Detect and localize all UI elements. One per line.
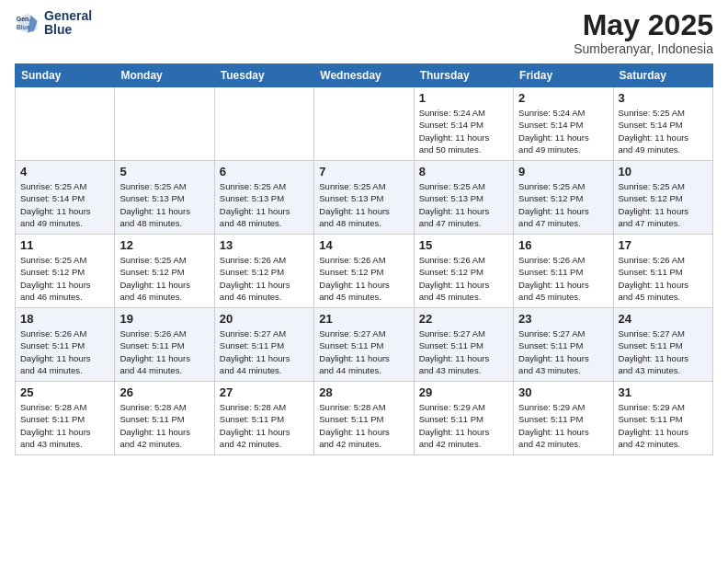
day-number: 3 [619, 91, 708, 105]
day-info: Sunrise: 5:25 AM Sunset: 5:12 PM Dayligh… [619, 180, 708, 229]
day-info: Sunrise: 5:24 AM Sunset: 5:14 PM Dayligh… [419, 107, 508, 155]
day-number: 26 [119, 385, 209, 399]
day-number: 15 [419, 238, 508, 252]
day-number: 18 [20, 312, 109, 326]
day-number: 21 [319, 312, 408, 326]
day-number: 28 [319, 385, 408, 399]
day-number: 31 [619, 385, 708, 399]
day-info: Sunrise: 5:25 AM Sunset: 5:13 PM Dayligh… [319, 180, 408, 229]
day-info: Sunrise: 5:27 AM Sunset: 5:11 PM Dayligh… [619, 327, 708, 376]
logo-line2: Blue [44, 23, 92, 37]
calendar-cell: 17Sunrise: 5:26 AM Sunset: 5:11 PM Dayli… [613, 235, 712, 308]
calendar-cell: 23Sunrise: 5:27 AM Sunset: 5:11 PM Dayli… [514, 308, 613, 382]
day-info: Sunrise: 5:27 AM Sunset: 5:11 PM Dayligh… [220, 327, 309, 376]
day-info: Sunrise: 5:26 AM Sunset: 5:11 PM Dayligh… [619, 254, 708, 303]
day-info: Sunrise: 5:25 AM Sunset: 5:12 PM Dayligh… [119, 254, 209, 303]
calendar-cell: 1Sunrise: 5:24 AM Sunset: 5:14 PM Daylig… [414, 87, 513, 161]
day-number: 29 [419, 385, 508, 399]
calendar-cell: 26Sunrise: 5:28 AM Sunset: 5:11 PM Dayli… [115, 382, 214, 455]
calendar-cell: 22Sunrise: 5:27 AM Sunset: 5:11 PM Dayli… [414, 308, 513, 382]
weekday-header-row: SundayMondayTuesdayWednesdayThursdayFrid… [16, 64, 713, 87]
calendar-cell: 29Sunrise: 5:29 AM Sunset: 5:11 PM Dayli… [414, 382, 513, 455]
day-info: Sunrise: 5:25 AM Sunset: 5:13 PM Dayligh… [419, 180, 508, 229]
day-number: 8 [419, 165, 508, 178]
day-number: 20 [220, 312, 309, 326]
day-number: 5 [119, 165, 209, 178]
day-number: 10 [619, 165, 708, 178]
calendar-week-2: 4Sunrise: 5:25 AM Sunset: 5:14 PM Daylig… [16, 161, 713, 235]
calendar-cell: 27Sunrise: 5:28 AM Sunset: 5:11 PM Dayli… [214, 382, 313, 455]
day-number: 4 [20, 165, 109, 178]
calendar-cell: 16Sunrise: 5:26 AM Sunset: 5:11 PM Dayli… [514, 235, 613, 308]
day-number: 24 [619, 312, 708, 326]
day-info: Sunrise: 5:26 AM Sunset: 5:11 PM Dayligh… [20, 327, 109, 376]
calendar-cell [314, 87, 414, 161]
day-info: Sunrise: 5:25 AM Sunset: 5:13 PM Dayligh… [119, 180, 209, 229]
calendar-week-3: 11Sunrise: 5:25 AM Sunset: 5:12 PM Dayli… [16, 235, 713, 308]
day-number: 19 [119, 312, 209, 326]
calendar-cell: 28Sunrise: 5:28 AM Sunset: 5:11 PM Dayli… [314, 382, 414, 455]
day-number: 6 [220, 165, 309, 178]
weekday-header-friday: Friday [514, 64, 613, 87]
calendar-week-5: 25Sunrise: 5:28 AM Sunset: 5:11 PM Dayli… [16, 382, 713, 455]
weekday-header-sunday: Sunday [16, 64, 115, 87]
day-info: Sunrise: 5:28 AM Sunset: 5:11 PM Dayligh… [20, 401, 109, 450]
day-number: 11 [20, 238, 109, 252]
calendar-cell: 14Sunrise: 5:26 AM Sunset: 5:12 PM Dayli… [314, 235, 414, 308]
calendar-cell: 8Sunrise: 5:25 AM Sunset: 5:13 PM Daylig… [414, 161, 513, 235]
logo-text: General Blue [44, 9, 92, 38]
day-number: 23 [518, 312, 608, 326]
calendar-cell: 19Sunrise: 5:26 AM Sunset: 5:11 PM Dayli… [115, 308, 214, 382]
day-number: 16 [518, 238, 608, 252]
day-info: Sunrise: 5:26 AM Sunset: 5:12 PM Dayligh… [319, 254, 408, 303]
calendar-cell: 15Sunrise: 5:26 AM Sunset: 5:12 PM Dayli… [414, 235, 513, 308]
day-info: Sunrise: 5:25 AM Sunset: 5:14 PM Dayligh… [619, 107, 708, 155]
day-info: Sunrise: 5:25 AM Sunset: 5:12 PM Dayligh… [20, 254, 109, 303]
calendar-cell: 11Sunrise: 5:25 AM Sunset: 5:12 PM Dayli… [16, 235, 115, 308]
day-number: 13 [220, 238, 309, 252]
logo: Gen. Blue General Blue [15, 9, 92, 38]
weekday-header-monday: Monday [115, 64, 214, 87]
calendar-cell: 5Sunrise: 5:25 AM Sunset: 5:13 PM Daylig… [115, 161, 214, 235]
day-number: 14 [319, 238, 408, 252]
calendar-cell: 21Sunrise: 5:27 AM Sunset: 5:11 PM Dayli… [314, 308, 414, 382]
calendar-week-1: 1Sunrise: 5:24 AM Sunset: 5:14 PM Daylig… [16, 87, 713, 161]
calendar-cell: 24Sunrise: 5:27 AM Sunset: 5:11 PM Dayli… [613, 308, 712, 382]
day-number: 27 [220, 385, 309, 399]
calendar-cell: 6Sunrise: 5:25 AM Sunset: 5:13 PM Daylig… [214, 161, 313, 235]
calendar-cell: 25Sunrise: 5:28 AM Sunset: 5:11 PM Dayli… [16, 382, 115, 455]
calendar-cell: 2Sunrise: 5:24 AM Sunset: 5:14 PM Daylig… [514, 87, 613, 161]
calendar-cell: 20Sunrise: 5:27 AM Sunset: 5:11 PM Dayli… [214, 308, 313, 382]
calendar-cell: 31Sunrise: 5:29 AM Sunset: 5:11 PM Dayli… [613, 382, 712, 455]
weekday-header-saturday: Saturday [613, 64, 712, 87]
calendar-cell: 3Sunrise: 5:25 AM Sunset: 5:14 PM Daylig… [613, 87, 712, 161]
calendar-cell: 30Sunrise: 5:29 AM Sunset: 5:11 PM Dayli… [514, 382, 613, 455]
weekday-header-wednesday: Wednesday [314, 64, 414, 87]
day-info: Sunrise: 5:27 AM Sunset: 5:11 PM Dayligh… [518, 327, 608, 376]
calendar-week-4: 18Sunrise: 5:26 AM Sunset: 5:11 PM Dayli… [16, 308, 713, 382]
day-number: 30 [518, 385, 608, 399]
day-info: Sunrise: 5:26 AM Sunset: 5:11 PM Dayligh… [518, 254, 608, 303]
day-info: Sunrise: 5:25 AM Sunset: 5:12 PM Dayligh… [518, 180, 608, 229]
day-info: Sunrise: 5:27 AM Sunset: 5:11 PM Dayligh… [419, 327, 508, 376]
month-title: May 2025 [574, 9, 713, 41]
day-info: Sunrise: 5:27 AM Sunset: 5:11 PM Dayligh… [319, 327, 408, 376]
day-info: Sunrise: 5:28 AM Sunset: 5:11 PM Dayligh… [119, 401, 209, 450]
logo-icon: Gen. Blue [15, 10, 40, 36]
day-number: 25 [20, 385, 109, 399]
day-number: 12 [119, 238, 209, 252]
day-info: Sunrise: 5:25 AM Sunset: 5:13 PM Dayligh… [220, 180, 309, 229]
title-block: May 2025 Sumberanyar, Indonesia [574, 9, 713, 56]
calendar-cell: 4Sunrise: 5:25 AM Sunset: 5:14 PM Daylig… [16, 161, 115, 235]
calendar-cell: 9Sunrise: 5:25 AM Sunset: 5:12 PM Daylig… [514, 161, 613, 235]
page: Gen. Blue General Blue May 2025 Sumberan… [0, 0, 728, 563]
calendar-cell [16, 87, 115, 161]
day-number: 22 [419, 312, 508, 326]
calendar-cell: 13Sunrise: 5:26 AM Sunset: 5:12 PM Dayli… [214, 235, 313, 308]
day-info: Sunrise: 5:24 AM Sunset: 5:14 PM Dayligh… [518, 107, 608, 155]
svg-text:Blue: Blue [17, 24, 30, 30]
day-number: 2 [518, 91, 608, 105]
day-info: Sunrise: 5:29 AM Sunset: 5:11 PM Dayligh… [419, 401, 508, 450]
calendar-cell [214, 87, 313, 161]
day-info: Sunrise: 5:28 AM Sunset: 5:11 PM Dayligh… [220, 401, 309, 450]
